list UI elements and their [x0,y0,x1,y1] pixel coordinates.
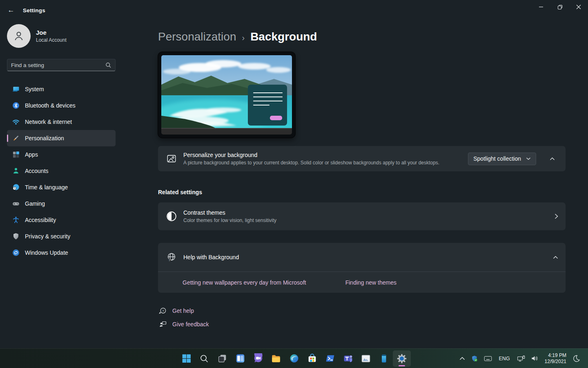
get-help-link[interactable]: Get help [172,307,194,314]
tray-overflow-button[interactable] [457,350,468,367]
sidebar-item-windows-update[interactable]: Windows Update [7,245,116,261]
mock-dialog-pink-button [270,116,282,120]
page-title: Background [250,30,317,43]
search-icon [105,62,111,68]
help-header-row[interactable]: ? Help with Background [158,243,566,272]
store-button[interactable] [303,350,321,367]
language-indicator[interactable]: ENG [495,350,514,367]
footer-links: ? Get help Give feedback [158,307,566,328]
windows-update-icon [12,249,20,257]
sidebar-item-label: Personalization [25,135,64,141]
window-title: Settings [23,7,45,13]
widgets-icon [235,353,245,364]
back-button[interactable]: ← [4,4,18,16]
volume-tray-button[interactable] [528,350,541,367]
sidebar-item-label: Windows Update [25,249,68,256]
sidebar-item-time-language[interactable]: Time & language [7,179,116,195]
gaming-icon [12,200,20,208]
accounts-icon [12,167,20,175]
sidebar-item-accounts[interactable]: Accounts [7,163,116,179]
sidebar-nav: System Bluetooth & devices Network [7,81,116,261]
focus-assist-button[interactable] [570,350,583,367]
user-account[interactable]: Joe Local Account [7,24,116,48]
chevron-up-icon [459,357,465,360]
terminal-icon [325,353,335,364]
sidebar-item-label: Gaming [25,200,45,207]
back-arrow-icon: ← [8,6,15,14]
minimize-button[interactable] [532,0,550,14]
sidebar-item-label: Network & internet [25,119,72,125]
task-view-button[interactable] [213,350,231,367]
sidebar-item-personalization[interactable]: Personalization [7,130,116,146]
get-help-icon: ? [159,307,167,315]
contrast-title: Contrast themes [183,209,276,216]
help-link-wallpapers[interactable]: Getting new wallpapers every day from Mi… [183,279,306,286]
chevron-up-icon[interactable] [553,256,558,259]
teams-icon [343,353,353,364]
mock-dialog [248,85,287,126]
sidebar-item-privacy-security[interactable]: Privacy & security [7,228,116,245]
breadcrumb-separator: › [242,31,245,43]
phone-button[interactable] [375,350,393,367]
network-icon [517,355,525,362]
give-feedback-link[interactable]: Give feedback [172,321,209,328]
related-settings-header: Related settings [158,189,566,195]
globe-help-icon: ? [166,252,177,263]
picture-icon [166,153,177,164]
photos-button[interactable] [357,350,375,367]
teams-button[interactable] [339,350,357,367]
moon-icon [572,355,580,362]
help-title: Help with Background [183,254,239,260]
chat-icon [253,353,263,364]
settings-taskbar-button[interactable] [393,350,411,367]
clock[interactable]: 4:19 PM 12/9/2021 [541,352,570,365]
sidebar-item-system[interactable]: System [7,81,116,97]
sidebar-item-label: Accessibility [25,217,56,223]
network-tray-button[interactable] [514,350,528,367]
edge-icon [289,353,299,364]
phone-icon [379,354,389,364]
restore-icon [557,4,563,10]
task-view-icon [217,353,227,364]
sidebar-item-gaming[interactable]: Gaming [7,195,116,212]
avatar [7,24,31,48]
touch-keyboard-icon [484,355,492,362]
sidebar: Joe Local Account System [0,20,122,348]
person-icon [13,30,25,42]
contrast-themes-row[interactable]: Contrast themes Color themes for low vis… [158,202,566,230]
background-type-dropdown[interactable]: Spotlight collection [468,153,536,165]
give-feedback-icon [159,320,167,328]
minimize-icon [539,4,543,9]
sidebar-item-network-internet[interactable]: Network & internet [7,114,116,130]
sidebar-item-apps[interactable]: Apps [7,146,116,163]
taskbar-search-button[interactable] [195,350,213,367]
sidebar-item-label: System [25,86,44,92]
personalize-background-row: Personalize your background A picture ba… [158,146,566,171]
start-button[interactable] [177,350,195,367]
main-content: Personalization › Background [122,20,588,348]
bluetooth-icon [12,101,20,110]
breadcrumb: Personalization › Background [158,20,566,43]
search-box[interactable] [7,59,116,71]
close-button[interactable] [569,0,588,14]
breadcrumb-parent[interactable]: Personalization [158,30,236,43]
tray-time: 4:19 PM [545,352,566,359]
collapse-personalize-button[interactable] [546,153,558,165]
file-explorer-button[interactable] [267,350,285,367]
widgets-button[interactable] [231,350,249,367]
sidebar-item-bluetooth-devices[interactable]: Bluetooth & devices [7,97,116,114]
user-name: Joe [36,29,67,36]
security-tray-icon-button[interactable] [468,350,481,367]
restore-button[interactable] [550,0,569,14]
settings-gear-icon [396,353,407,364]
chevron-down-icon [526,157,531,160]
terminal-button[interactable] [321,350,339,367]
sidebar-item-label: Bluetooth & devices [25,102,76,109]
touch-keyboard-button[interactable] [481,350,495,367]
help-link-themes[interactable]: Finding new themes [345,279,396,286]
sidebar-item-accessibility[interactable]: Accessibility [7,212,116,228]
search-icon [199,354,209,364]
edge-button[interactable] [285,350,303,367]
search-input[interactable] [11,62,105,68]
chat-button[interactable] [249,350,267,367]
